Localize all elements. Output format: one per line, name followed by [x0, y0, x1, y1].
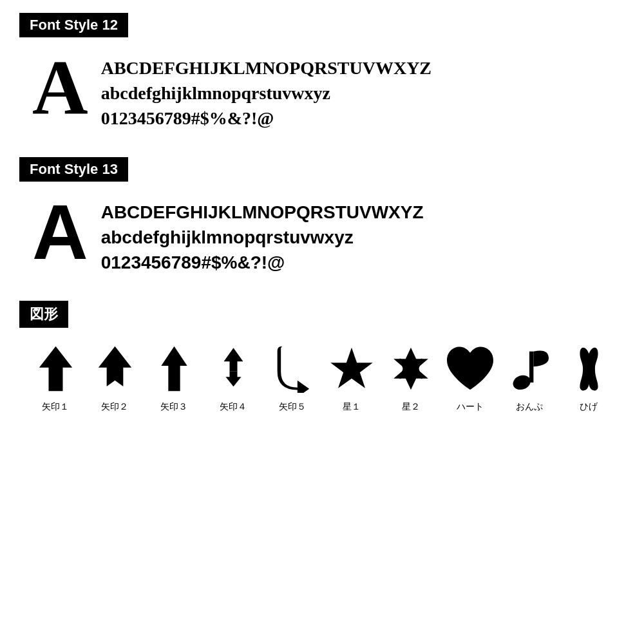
arrow5-icon	[267, 339, 318, 397]
shapes-section: 図形 矢印１ 矢印２	[19, 301, 625, 413]
moustache-label: ひげ	[580, 401, 598, 413]
arrow4-label: 矢印４	[220, 401, 247, 413]
font-style-13-line-1: ABCDEFGHIJKLMNOPQRSTUVWXYZ	[101, 200, 424, 225]
font-style-12-section: Font Style 12 A ABCDEFGHIJKLMNOPQRSTUVWX…	[19, 13, 625, 131]
shape-item-star1: 星１	[322, 339, 381, 413]
shape-item-arrow3: 矢印３	[144, 339, 204, 413]
moustache-icon	[563, 339, 614, 397]
star2-icon	[385, 339, 437, 397]
font-style-12-line-2: abcdefghijklmnopqrstuvwxyz	[101, 80, 431, 106]
svg-marker-3	[223, 348, 243, 371]
shapes-row: 矢印１ 矢印２ 矢印３	[19, 339, 625, 413]
music-label: おんぷ	[516, 401, 543, 413]
shapes-section-label: 図形	[19, 301, 68, 328]
font-style-12-label: Font Style 12	[19, 13, 128, 37]
svg-marker-5	[330, 347, 372, 388]
shape-item-arrow1: 矢印１	[26, 339, 85, 413]
heart-label: ハート	[457, 401, 484, 413]
font-style-12-big-letter: A	[32, 49, 88, 126]
page: Font Style 12 A ABCDEFGHIJKLMNOPQRSTUVWX…	[0, 0, 644, 426]
font-style-13-char-lines: ABCDEFGHIJKLMNOPQRSTUVWXYZ abcdefghijklm…	[101, 193, 424, 276]
star2-label: 星２	[402, 401, 420, 413]
svg-marker-0	[39, 346, 71, 391]
arrow5-label: 矢印５	[279, 401, 306, 413]
shape-item-arrow2: 矢印２	[85, 339, 144, 413]
font-style-12-line-1: ABCDEFGHIJKLMNOPQRSTUVWXYZ	[101, 55, 431, 80]
font-style-12-demo: A ABCDEFGHIJKLMNOPQRSTUVWXYZ abcdefghijk…	[19, 49, 625, 131]
star1-icon	[326, 339, 377, 397]
star1-label: 星１	[343, 401, 361, 413]
font-style-13-line-2: abcdefghijklmnopqrstuvwxyz	[101, 225, 424, 250]
font-style-12-char-lines: ABCDEFGHIJKLMNOPQRSTUVWXYZ abcdefghijklm…	[101, 49, 431, 131]
shape-item-arrow5: 矢印５	[263, 339, 322, 413]
arrow1-icon	[30, 339, 81, 397]
heart-icon	[444, 339, 496, 397]
arrow3-label: 矢印３	[160, 401, 187, 413]
arrow4-icon	[207, 339, 259, 397]
svg-rect-9	[529, 351, 533, 382]
svg-marker-4	[225, 371, 241, 386]
shape-item-heart: ハート	[440, 339, 500, 413]
shape-item-moustache: ひげ	[559, 339, 618, 413]
font-style-13-label: Font Style 13	[19, 157, 128, 182]
font-style-12-line-3: 0123456789#$%&?!@	[101, 106, 431, 131]
svg-marker-1	[98, 346, 131, 386]
arrow2-label: 矢印２	[101, 401, 128, 413]
font-style-13-big-letter: A	[32, 193, 88, 270]
arrow1-label: 矢印１	[42, 401, 69, 413]
svg-point-8	[511, 373, 533, 392]
svg-marker-2	[161, 346, 187, 391]
music-icon	[504, 339, 555, 397]
shape-item-music: おんぷ	[500, 339, 559, 413]
font-style-13-section: Font Style 13 A ABCDEFGHIJKLMNOPQRSTUVWX…	[19, 157, 625, 276]
font-style-13-demo: A ABCDEFGHIJKLMNOPQRSTUVWXYZ abcdefghijk…	[19, 193, 625, 276]
arrow2-icon	[89, 339, 140, 397]
arrow3-icon	[148, 339, 200, 397]
font-style-13-line-3: 0123456789#$%&?!@	[101, 250, 424, 275]
shape-item-arrow4: 矢印４	[204, 339, 263, 413]
shape-item-star2: 星２	[381, 339, 440, 413]
